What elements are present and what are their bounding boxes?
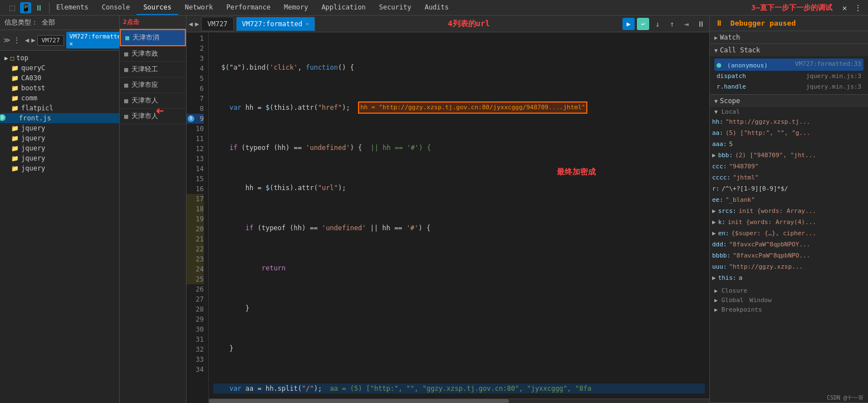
nav-back-icon[interactable]: ◀ <box>25 36 29 44</box>
source-tab-vm727[interactable]: VM727 <box>201 17 233 31</box>
list-bullet: ■ <box>124 66 128 74</box>
tab-elements[interactable]: Elements <box>50 0 95 15</box>
line-num-25: 25 <box>187 274 204 284</box>
scope-item-r: r: /^\+?[1-9][0-9]*$/ <box>710 183 868 195</box>
tab-console[interactable]: Console <box>95 0 137 15</box>
call-stack-item-2[interactable]: r.handle jquery.min.js:3 <box>714 81 864 92</box>
step-out-btn[interactable]: ↑ <box>666 18 678 30</box>
watch-header[interactable]: ▶ Watch <box>710 31 868 43</box>
expand-en-icon[interactable]: ▶ <box>712 229 716 238</box>
scope-item-k[interactable]: ▶ k: init {words: Array(4)... <box>710 217 868 228</box>
call-stack-header[interactable]: ▼ Call Stack <box>710 44 868 56</box>
list-item-5[interactable]: ■ 天津市人 <box>120 109 186 124</box>
folder-icon: 📁 <box>11 75 19 82</box>
folder-icon: 📁 <box>11 125 19 132</box>
more-files-icon[interactable]: ⋮ <box>13 36 21 45</box>
local-expand-icon[interactable]: ▼ <box>714 109 718 115</box>
file-item-8[interactable]: 📁 jquery <box>0 143 119 153</box>
scope-item-en[interactable]: ▶ en: {$super: {…}, cipher... <box>710 228 868 239</box>
dev-controls: ⬚ 📱 ⏸ <box>2 2 50 13</box>
inspect-icon[interactable]: ⬚ <box>7 2 18 13</box>
tab-audits[interactable]: Audits <box>418 0 455 15</box>
breakpoints-expand-icon[interactable]: ▶ <box>714 307 718 313</box>
scope-section: ▼ Scope ▼ Local hh: "http://ggzy.xzsp.tj… <box>710 95 868 403</box>
call-stack-item-0[interactable]: ● (anonymous) VM727:formatted:33 <box>714 59 864 71</box>
line-num-31: 31 <box>187 334 204 344</box>
file-tree: ▶ □ top 📁 queryC 📁 CA030 📁 boots <box>0 51 119 403</box>
root-label: top <box>16 54 28 62</box>
deactivate-btn[interactable]: ⏸ <box>695 18 707 30</box>
list-item-4[interactable]: ■ 天津市人 <box>120 93 186 109</box>
line-num-19: 19 <box>187 214 204 224</box>
expand-this-icon[interactable]: ▶ <box>712 274 716 283</box>
sources-back[interactable]: ◀ <box>189 20 193 28</box>
list-item-0[interactable]: ■ 天津市消 <box>120 29 186 46</box>
scrollbar-thumb[interactable] <box>209 399 509 403</box>
code-content: $("a").bind('click', function() { var hh… <box>209 32 709 403</box>
pause-resume-btn[interactable]: ▶ <box>622 18 635 30</box>
local-label: ▼ Local <box>710 107 868 116</box>
code-line-4: hh = $(this).attr("url"); <box>213 183 705 193</box>
breakpoints-label[interactable]: ▶ Breakpoints <box>710 305 868 314</box>
file-item-5[interactable]: 9 front.js <box>0 113 119 123</box>
file-item-2[interactable]: 📁 bootst <box>0 83 119 93</box>
expand-bbb-icon[interactable]: ▶ <box>712 151 716 160</box>
call-stack-content: ● (anonymous) VM727:formatted:33 dispatc… <box>710 56 868 94</box>
tab-memory[interactable]: Memory <box>277 0 315 15</box>
global-expand-icon[interactable]: ▶ <box>714 297 718 303</box>
line-num-27: 27 <box>187 294 204 304</box>
line-num-9[interactable]: 9 9 <box>187 114 204 124</box>
nav-forward-icon[interactable]: ▶ <box>31 36 35 44</box>
source-tab-vm727-formatted[interactable]: VM727:formatted ✕ <box>236 17 315 31</box>
line-num-7: 7 <box>187 94 204 104</box>
line-num-2: 2 <box>187 43 204 54</box>
list-panel: 2点击 ■ 天津市消 ■ 天津市政 ■ 天津轻工 ■ 天津市应 ■ 天津市人 <box>120 16 187 403</box>
tab-security[interactable]: Security <box>372 0 418 15</box>
file-item-4[interactable]: 📁 flatpicl <box>0 103 119 113</box>
file-item-10[interactable]: 📁 jquery <box>0 163 119 173</box>
step-over-btn[interactable]: ↩ <box>637 18 649 30</box>
tab-performance[interactable]: Performance <box>220 0 277 15</box>
scope-item-ee: ee: "_blank" <box>710 195 868 206</box>
expand-srcs-icon[interactable]: ▶ <box>712 207 716 216</box>
closure-expand-icon[interactable]: ▶ <box>714 288 718 294</box>
more-options-icon[interactable]: ⋮ <box>852 2 864 13</box>
list-item-3[interactable]: ■ 天津市应 <box>120 77 186 93</box>
device-toggle-icon[interactable]: 📱 <box>20 2 31 13</box>
close-icon[interactable]: ✕ <box>839 2 850 13</box>
continue-btn[interactable]: ⇥ <box>680 18 693 30</box>
sources-forward[interactable]: ▶ <box>195 20 199 28</box>
pause-icon[interactable]: ⏸ <box>33 2 45 13</box>
triangle-right-icon: ▶ <box>714 35 718 41</box>
closure-label[interactable]: ▶ Closure <box>710 286 868 295</box>
file-tree-root[interactable]: ▶ □ top <box>0 53 119 63</box>
info-type-value: 全部 <box>42 18 55 26</box>
scope-header[interactable]: ▼ Scope <box>710 95 868 107</box>
vm727-formatted-tab[interactable]: VM727:formatted ✕ <box>66 32 120 48</box>
scope-item-this[interactable]: ▶ this: a <box>710 273 868 284</box>
call-stack-item-1[interactable]: dispatch jquery.min.js:3 <box>714 71 864 81</box>
tab-application[interactable]: Application <box>315 0 372 15</box>
tab-network[interactable]: Network <box>178 0 220 15</box>
file-item-3[interactable]: 📁 comm <box>0 93 119 103</box>
step-into-btn[interactable]: ↓ <box>651 18 664 30</box>
line-num-15: 15 <box>187 174 204 184</box>
horizontal-scrollbar[interactable] <box>209 399 709 403</box>
global-section[interactable]: ▶ Global Window <box>710 295 868 305</box>
list-item-2[interactable]: ■ 天津轻工 <box>120 62 186 77</box>
expand-k-icon[interactable]: ▶ <box>712 218 716 227</box>
scope-item-srcs[interactable]: ▶ srcs: init {words: Array... <box>710 206 868 217</box>
file-item-7[interactable]: 📁 jquery <box>0 133 119 143</box>
file-item-6[interactable]: 📁 jquery <box>0 123 119 133</box>
scope-item-ccc: ccc: "948709" <box>710 161 868 172</box>
expand-icon[interactable]: ≫ <box>3 36 11 44</box>
file-item-0[interactable]: 📁 queryC <box>0 63 119 73</box>
file-item-9[interactable]: 📁 jquery <box>0 153 119 163</box>
scope-item-bbb[interactable]: ▶ bbb: (2) ["948709", "jht... <box>710 150 868 161</box>
code-line-1: $("a").bind('click', function() { <box>213 62 705 72</box>
close-tab-icon[interactable]: ✕ <box>306 21 309 27</box>
file-item-1[interactable]: 📁 CA030 <box>0 73 119 83</box>
list-item-1[interactable]: ■ 天津市政 <box>120 46 186 62</box>
tab-sources[interactable]: Sources <box>136 0 178 15</box>
vm727-tab[interactable]: VM727 <box>37 35 63 46</box>
